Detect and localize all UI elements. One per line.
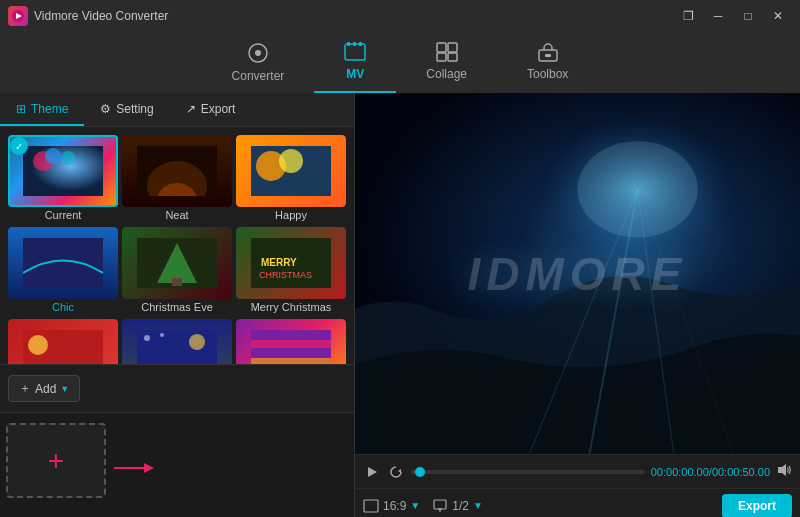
- svg-point-36: [160, 333, 164, 337]
- converter-label: Converter: [232, 69, 285, 83]
- theme-thumb-neat: [122, 135, 232, 207]
- theme-label-christmas-eve: Christmas Eve: [122, 301, 232, 315]
- svg-marker-50: [398, 469, 401, 473]
- volume-icon[interactable]: [776, 463, 792, 480]
- svg-marker-49: [368, 467, 377, 477]
- arrow-indicator: [114, 460, 154, 476]
- replay-button[interactable]: [387, 463, 405, 481]
- export-button[interactable]: Export: [722, 494, 792, 518]
- add-dropdown-icon: ▼: [60, 384, 69, 394]
- add-button[interactable]: ＋ Add ▼: [8, 375, 80, 402]
- theme-thumb-chic: [8, 227, 118, 299]
- svg-text:CHRISTMAS: CHRISTMAS: [259, 270, 312, 280]
- monitor-icon: [432, 499, 448, 513]
- list-item[interactable]: Snowy Night: [122, 319, 232, 364]
- setting-tab-label: Setting: [116, 102, 153, 116]
- theme-label-merry-christmas: Merry Christmas: [236, 301, 346, 315]
- svg-point-23: [279, 149, 303, 173]
- ratio-dropdown[interactable]: ▼: [410, 500, 420, 511]
- add-media-placeholder[interactable]: +: [6, 423, 106, 498]
- svg-rect-33: [137, 330, 217, 364]
- list-item[interactable]: Stripes & Waves: [236, 319, 346, 364]
- media-area: +: [0, 412, 354, 517]
- nav-tabs: Converter MV Collage: [0, 32, 800, 93]
- list-item[interactable]: Chic: [8, 227, 118, 315]
- media-clips: +: [6, 417, 348, 517]
- maximize-button[interactable]: □: [734, 5, 762, 27]
- svg-rect-38: [251, 340, 331, 348]
- app-title: Vidmore Video Converter: [34, 9, 168, 23]
- svg-rect-39: [251, 358, 331, 364]
- theme-label-neat: Neat: [122, 209, 232, 223]
- svg-marker-51: [778, 464, 786, 476]
- time-display: 00:00:00.00/00:00:50.00: [651, 466, 770, 478]
- export-tab-label: Export: [201, 102, 236, 116]
- theme-grid-icon: ⊞: [16, 102, 26, 116]
- svg-point-3: [255, 50, 261, 56]
- title-bar: Vidmore Video Converter ❐ ─ □ ✕: [0, 0, 800, 32]
- tab-collage[interactable]: Collage: [396, 36, 497, 93]
- play-button[interactable]: [363, 463, 381, 481]
- svg-rect-9: [448, 43, 457, 52]
- ratio-value: 16:9: [383, 499, 406, 513]
- list-item[interactable]: Christmas Eve: [122, 227, 232, 315]
- preview-watermark: IDMORE: [468, 247, 688, 301]
- tab-toolbox[interactable]: Toolbox: [497, 36, 598, 93]
- theme-selected-check: ✓: [10, 137, 28, 155]
- list-item[interactable]: Happy: [236, 135, 346, 223]
- theme-thumb-happy: [236, 135, 346, 207]
- page-dropdown[interactable]: ▼: [473, 500, 483, 511]
- tab-converter[interactable]: Converter: [202, 36, 315, 93]
- tab-mv[interactable]: MV: [314, 36, 396, 93]
- theme-tab-label: Theme: [31, 102, 68, 116]
- theme-label-current: Current: [8, 209, 118, 223]
- toolbox-label: Toolbox: [527, 67, 568, 81]
- export-arrow-icon: ↗: [186, 102, 196, 116]
- left-panel: ⊞ Theme ⚙ Setting ↗ Export ✓: [0, 93, 355, 517]
- collage-icon: [436, 42, 458, 65]
- add-plus-icon: ＋: [19, 380, 31, 397]
- theme-label-happy: Happy: [236, 209, 346, 223]
- mv-icon: [344, 42, 366, 65]
- progress-bar[interactable]: [411, 470, 645, 474]
- svg-rect-13: [545, 54, 551, 57]
- svg-rect-4: [345, 44, 365, 60]
- bottom-panel: ＋ Add ▼: [0, 364, 354, 412]
- restore-button[interactable]: ❐: [674, 5, 702, 27]
- svg-point-34: [189, 334, 205, 350]
- svg-rect-24: [23, 238, 103, 288]
- subtab-theme[interactable]: ⊞ Theme: [0, 93, 84, 126]
- list-item[interactable]: Neat: [122, 135, 232, 223]
- svg-point-17: [61, 151, 75, 165]
- svg-rect-27: [172, 278, 182, 286]
- theme-thumb-christmas-eve: [122, 227, 232, 299]
- svg-point-32: [28, 335, 48, 355]
- right-panel: IDMORE 00:00:00.00/00:00:50.00 16:9 ▼: [355, 93, 800, 517]
- theme-label-chic: Chic: [8, 301, 118, 315]
- main-content: ⊞ Theme ⚙ Setting ↗ Export ✓: [0, 93, 800, 517]
- list-item[interactable]: Santa Claus: [8, 319, 118, 364]
- subtab-export[interactable]: ↗ Export: [170, 93, 252, 126]
- svg-point-16: [45, 148, 61, 164]
- sub-tabs: ⊞ Theme ⚙ Setting ↗ Export: [0, 93, 354, 127]
- theme-thumb-stripes-waves: [236, 319, 346, 364]
- setting-icon: ⚙: [100, 102, 111, 116]
- theme-thumb-santa-claus: [8, 319, 118, 364]
- list-item[interactable]: MERRYCHRISTMAS Merry Christmas: [236, 227, 346, 315]
- video-controls: 00:00:00.00/00:00:50.00: [355, 454, 800, 488]
- svg-rect-8: [437, 43, 446, 52]
- theme-grid: ✓ Current Neat Ha: [0, 127, 354, 364]
- svg-rect-11: [448, 53, 457, 61]
- aspect-ratio-icon: [363, 499, 379, 513]
- minimize-button[interactable]: ─: [704, 5, 732, 27]
- svg-marker-41: [144, 463, 154, 473]
- list-item[interactable]: ✓ Current: [8, 135, 118, 223]
- collage-label: Collage: [426, 67, 467, 81]
- close-button[interactable]: ✕: [764, 5, 792, 27]
- theme-thumb-snowy-night: [122, 319, 232, 364]
- video-preview: IDMORE: [355, 93, 800, 454]
- svg-point-35: [144, 335, 150, 341]
- svg-rect-52: [364, 500, 378, 512]
- svg-rect-53: [434, 500, 446, 509]
- subtab-setting[interactable]: ⚙ Setting: [84, 93, 169, 126]
